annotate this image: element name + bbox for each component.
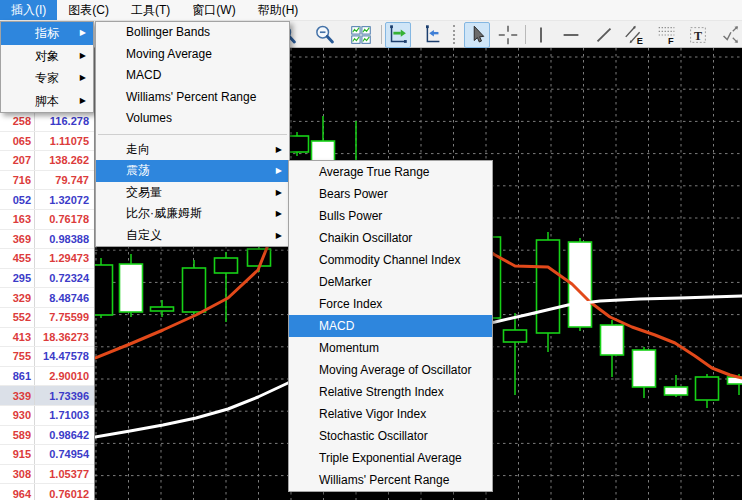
oscillators-submenu: Average True RangeBears PowerBulls Power… — [288, 160, 493, 492]
price-cell-right: 0.76012 — [35, 488, 94, 500]
indicator-item-0[interactable]: Bollinger Bands — [96, 22, 289, 44]
oscillator-item-8[interactable]: Momentum — [289, 337, 492, 359]
chart-shift-button[interactable] — [419, 22, 445, 48]
oscillator-item-4[interactable]: Commodity Channel Index — [289, 249, 492, 271]
oscillator-item-10[interactable]: Relative Strength Index — [289, 381, 492, 403]
indicator-item-4[interactable]: Volumes — [96, 108, 289, 130]
price-cell-right: 14.47578 — [35, 350, 94, 362]
price-cell-right: 0.74954 — [35, 448, 94, 460]
insert-menu-item-0[interactable]: 指标▶ — [1, 22, 93, 45]
fibonacci-tool-button[interactable]: F — [654, 22, 680, 48]
oscillator-item-1[interactable]: Bears Power — [289, 183, 492, 205]
svg-text:T: T — [694, 29, 702, 43]
price-cell-left: 716 — [0, 171, 35, 190]
oscillator-item-12[interactable]: Stochastic Oscillator — [289, 425, 492, 447]
menubar-item-4[interactable]: 帮助(H) — [247, 0, 310, 20]
oscillator-item-3[interactable]: Chaikin Oscillator — [289, 227, 492, 249]
menubar-item-0[interactable]: 插入(I) — [0, 0, 57, 20]
oscillator-item-11[interactable]: Relative Vigor Index — [289, 403, 492, 425]
price-cell-right: 116.278 — [35, 115, 94, 127]
market-watch-row-2[interactable]: 207138.262 — [0, 151, 94, 171]
cursor-tool-button[interactable] — [464, 22, 490, 48]
market-watch-row-13[interactable]: 8612.90010 — [0, 367, 94, 387]
insert-menu-item-2[interactable]: 专家▶ — [1, 67, 93, 90]
market-watch-row-6[interactable]: 3690.98388 — [0, 230, 94, 250]
trendline-tool-button[interactable] — [591, 22, 617, 48]
oscillator-item-0[interactable]: Average True Range — [289, 161, 492, 183]
market-watch-row-11[interactable]: 41318.36273 — [0, 328, 94, 348]
market-watch-row-14[interactable]: 3391.73396 — [0, 386, 94, 406]
market-watch-row-16[interactable]: 5890.98642 — [0, 426, 94, 446]
oscillator-item-5[interactable]: DeMarker — [289, 271, 492, 293]
market-watch-row-18[interactable]: 3081.05377 — [0, 465, 94, 485]
oscillator-item-5-label: DeMarker — [289, 271, 492, 293]
tile-windows-button[interactable] — [348, 22, 374, 48]
oscillator-item-7-label: MACD — [289, 315, 492, 337]
market-watch-row-10[interactable]: 5527.75599 — [0, 308, 94, 328]
indicator-item-3[interactable]: Williams' Percent Range — [96, 87, 289, 109]
price-cell-left: 329 — [0, 288, 35, 307]
oscillator-item-2[interactable]: Bulls Power — [289, 205, 492, 227]
oscillator-item-9-label: Moving Average of Oscillator — [289, 359, 492, 381]
oscillator-item-7[interactable]: MACD — [289, 315, 492, 337]
price-cell-left: 369 — [0, 230, 35, 249]
indicator-group-1-label: 震荡 — [96, 160, 289, 182]
menubar-item-1[interactable]: 图表(C) — [57, 0, 120, 20]
submenu-arrow-icon: ▶ — [80, 67, 86, 90]
equidistant-channel-tool-button[interactable]: E — [622, 22, 648, 48]
crosshair-tool-button[interactable] — [495, 22, 521, 48]
oscillator-item-14-label: Williams' Percent Range — [289, 469, 492, 491]
indicator-item-2[interactable]: MACD — [96, 65, 289, 87]
text-tool-button[interactable]: T — [685, 22, 711, 48]
market-watch-row-4[interactable]: 0521.32072 — [0, 190, 94, 210]
trendline-icon — [592, 23, 616, 47]
oscillator-item-4-label: Commodity Channel Index — [289, 249, 492, 271]
market-watch-row-3[interactable]: 71679.747 — [0, 171, 94, 191]
price-cell-right: 1.71003 — [35, 409, 94, 421]
horizontal-line-tool-button[interactable] — [558, 22, 584, 48]
market-watch-row-17[interactable]: 9150.74954 — [0, 445, 94, 465]
oscillator-item-13[interactable]: Triple Exponential Average — [289, 447, 492, 469]
indicator-item-1[interactable]: Moving Average — [96, 44, 289, 66]
auto-scroll-button[interactable] — [385, 22, 411, 48]
indicator-group-1[interactable]: 震荡▶ — [96, 160, 289, 182]
svg-text:E: E — [637, 36, 643, 46]
menubar-item-2[interactable]: 工具(T) — [120, 0, 181, 20]
indicator-group-4-label: 自定义 — [96, 225, 289, 247]
market-watch-row-12[interactable]: 75514.47578 — [0, 347, 94, 367]
indicator-group-3[interactable]: 比尔·威廉姆斯▶ — [96, 203, 289, 225]
oscillator-item-9[interactable]: Moving Average of Oscillator — [289, 359, 492, 381]
submenu-arrow-icon: ▶ — [276, 139, 282, 161]
indicator-group-0[interactable]: 走向▶ — [96, 139, 289, 161]
arrows-tool-button[interactable] — [717, 22, 742, 48]
market-watch-row-0[interactable]: 258116.278 — [0, 112, 94, 132]
price-cell-left: 915 — [0, 445, 35, 464]
market-watch-row-19[interactable]: 9640.76012 — [0, 484, 94, 500]
market-watch-row-8[interactable]: 2950.72324 — [0, 269, 94, 289]
insert-menu-item-3[interactable]: 脚本▶ — [1, 90, 93, 113]
market-watch-row-9[interactable]: 3298.48746 — [0, 288, 94, 308]
text-tool-icon: T — [686, 23, 710, 47]
price-cell-left: 589 — [0, 426, 35, 445]
svg-text:F: F — [668, 36, 674, 46]
price-cell-left: 755 — [0, 347, 35, 366]
vertical-line-tool-button[interactable] — [528, 22, 554, 48]
submenu-arrow-icon: ▶ — [80, 22, 86, 45]
oscillator-item-1-label: Bears Power — [289, 183, 492, 205]
crosshair-icon — [496, 23, 520, 47]
oscillator-item-6[interactable]: Force Index — [289, 293, 492, 315]
oscillator-item-14[interactable]: Williams' Percent Range — [289, 469, 492, 491]
oscillator-item-2-label: Bulls Power — [289, 205, 492, 227]
market-watch-row-7[interactable]: 4551.29473 — [0, 249, 94, 269]
indicator-group-4[interactable]: 自定义▶ — [96, 225, 289, 247]
indicator-group-0-label: 走向 — [96, 139, 289, 161]
market-watch-row-5[interactable]: 1630.76178 — [0, 210, 94, 230]
menubar-item-3[interactable]: 窗口(W) — [181, 0, 246, 20]
zoom-out-button[interactable] — [312, 22, 338, 48]
market-watch-row-15[interactable]: 9301.71003 — [0, 406, 94, 426]
submenu-arrow-icon: ▶ — [276, 225, 282, 247]
price-cell-left: 964 — [0, 484, 35, 500]
insert-menu-item-1[interactable]: 对象▶ — [1, 45, 93, 68]
indicator-group-2[interactable]: 交易量▶ — [96, 182, 289, 204]
market-watch-row-1[interactable]: 0651.11075 — [0, 132, 94, 152]
